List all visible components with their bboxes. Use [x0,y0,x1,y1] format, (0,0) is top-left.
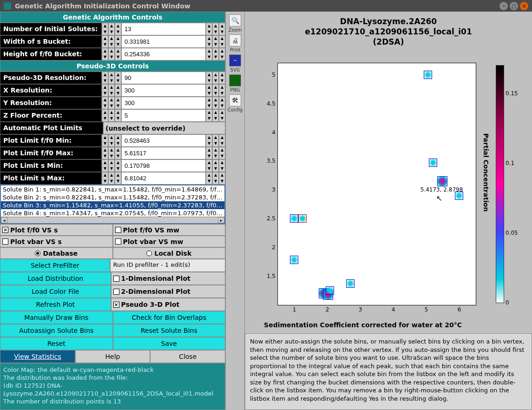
list-scrollbar[interactable]: ◂▸ [1,217,224,223]
svg-tool[interactable]: ~SVG [228,54,243,73]
ff0min-input[interactable] [121,134,206,147]
maximize-button[interactable]: ◻ [510,2,518,10]
load-distribution-button[interactable]: Load Distribution [0,272,111,285]
zfloor-label: Z Floor Percent: [0,109,102,122]
print-icon: 🖨 [229,34,241,46]
titlebar: Genetic Algorithm Initialization Control… [0,0,532,12]
num-solutes-spin-left[interactable]: ▲▼▲▼▲▼ [102,23,121,35]
manual-bins-button[interactable]: Manually Draw Bins [0,311,113,324]
num-solutes-spin-right[interactable]: ▲▼▲▼▲▼ [206,23,225,35]
num-solutes-input[interactable] [121,23,206,35]
ga-header: Genetic Algorithm Controls [0,12,225,23]
svg-icon: ~ [229,54,241,66]
list-item: Solute Bin 4: s_min=1.74347, s_max=2.075… [1,209,224,217]
p3d-header: Pseudo-3D Controls [0,60,225,72]
prefilter-text: Run ID prefilter - 1 edit(s) [110,259,226,272]
png-icon [229,74,241,86]
cursor-icon: ↖ [436,194,442,203]
x-axis-label: Sedimentation Coefficient corrected for … [245,321,481,329]
zoom-tool[interactable]: 🔍Zoom [228,14,243,33]
width-bucket-input[interactable] [121,35,206,48]
reset-bins-button[interactable]: Reset Solute Bins [113,324,226,337]
autoassign-bins-button[interactable]: Autoassign Solute Bins [0,324,113,337]
plot-vbar-mw-checkbox[interactable]: Plot vbar VS mw [113,236,226,247]
colorbar: 00.050.10.15 [496,65,504,303]
plot-canvas[interactable]: 5.4173, 2.8798 ↖ 1.522.533.544.55123456 [277,63,476,305]
load-color-button[interactable]: Load Color File [0,285,111,298]
data-point[interactable] [429,159,437,167]
width-bucket-label: Width of s Bucket: [0,35,102,48]
p3d-res-label: Pseudo-3D Resolution: [0,72,102,84]
plot-title-2: e1209021710_a1209061156_local_i01 [250,26,527,37]
list-item: Solute Bin 3: s_min=1.15482, s_max=1.410… [1,201,224,209]
solute-bin-list[interactable]: Solute Bin 1: s_min=0.822841, s_max=1.15… [0,185,225,224]
xres-label: X Resolution: [0,84,102,97]
plot-area[interactable]: DNA-Lysozyme.2A260 e1209021710_a12090611… [245,12,532,333]
autolimits-label: Automatic Plot Limits [0,122,103,134]
plot-vbar-s-checkbox[interactable]: Plot vbar VS s [0,236,113,247]
refresh-plot-button[interactable]: Refresh Plot [0,298,111,311]
xres-input[interactable] [121,84,206,97]
smin-label: Plot Limit s Min: [0,159,102,172]
ff0min-label: Plot Limit f/f0 Min: [0,134,102,147]
plot-panel: DNA-Lysozyme.2A260 e1209021710_a12090611… [245,12,532,410]
zoom-icon: 🔍 [229,14,241,26]
plot-title-1: DNA-Lysozyme.2A260 [250,16,527,26]
height-bucket-input[interactable] [121,48,206,60]
list-item: Solute Bin 1: s_min=0.822841, s_max=1.15… [1,185,224,193]
plot-3d-checkbox[interactable]: Pseudo 3-D Plot [111,298,226,311]
select-prefilter-button[interactable]: Select PreFilter [0,259,110,272]
plot-toolbar: 🔍Zoom 🖨Print ~SVG PNG 🛠Config [225,12,245,410]
data-point[interactable] [455,192,463,200]
ff0max-label: Plot Limit f/f0 Max: [0,147,102,159]
data-point[interactable] [437,176,447,186]
plot-ff0-mw-checkbox[interactable]: Plot f/f0 VS mw [113,224,226,236]
data-point[interactable] [326,286,334,295]
plot-2d-checkbox[interactable]: 2-Dimensional Plot [111,285,226,298]
smax-input[interactable] [121,172,206,185]
smax-label: Plot Limit s Max: [0,172,102,185]
data-point[interactable] [424,71,432,79]
data-point[interactable] [290,214,298,223]
help-text: Now either auto-assign the solute bins, … [245,333,532,410]
list-item: Solute Bin 2: s_min=0.822841, s_max=1.15… [1,193,224,201]
smin-input[interactable] [121,159,206,172]
p3d-res-input[interactable] [121,72,206,84]
app-icon [4,2,11,10]
ff0max-input[interactable] [121,147,206,159]
yres-input[interactable] [121,97,206,109]
data-point[interactable] [346,279,355,288]
help-button[interactable]: Help [75,350,151,363]
num-solutes-label: Number of Initial Solutes: [0,23,102,35]
database-radio[interactable]: Database [0,247,113,259]
main-window: Genetic Algorithm Initialization Control… [0,0,532,410]
close-dialog-button[interactable]: Close [150,350,225,363]
print-tool[interactable]: 🖨Print [228,34,243,53]
plot-title-3: (2DSA) [250,37,527,47]
window-title: Genetic Algorithm Initialization Control… [15,2,190,10]
minimize-button[interactable]: – [499,2,508,10]
height-bucket-label: Height of f/f0 Bucket: [0,48,102,60]
autolimits-checkbox[interactable]: (unselect to override) [103,122,225,134]
plot-ff0-s-checkbox[interactable]: Plot f/f0 VS s [0,224,113,236]
log-output: Color Map: the default w-cyan-magenta-re… [0,363,225,410]
plot-1d-checkbox[interactable]: 1-Dimensional Plot [111,272,226,285]
save-button[interactable]: Save [113,337,226,350]
colorbar-label: Partial Concentration [483,133,490,212]
check-overlap-button[interactable]: Check for Bin Overlaps [113,311,226,324]
data-point[interactable] [290,256,298,264]
local-disk-radio[interactable]: Local Disk [113,247,226,259]
view-statistics-button[interactable]: View Statistics [0,350,75,363]
reset-button[interactable]: Reset [0,337,113,350]
png-tool[interactable]: PNG [228,74,243,93]
zfloor-input[interactable] [121,109,206,122]
config-tool[interactable]: 🛠Config [228,94,243,112]
control-panel: Genetic Algorithm Controls Number of Ini… [0,12,225,410]
yres-label: Y Resolution: [0,97,102,109]
close-button[interactable]: × [520,2,528,10]
data-point[interactable] [298,214,307,223]
config-icon: 🛠 [229,94,241,106]
